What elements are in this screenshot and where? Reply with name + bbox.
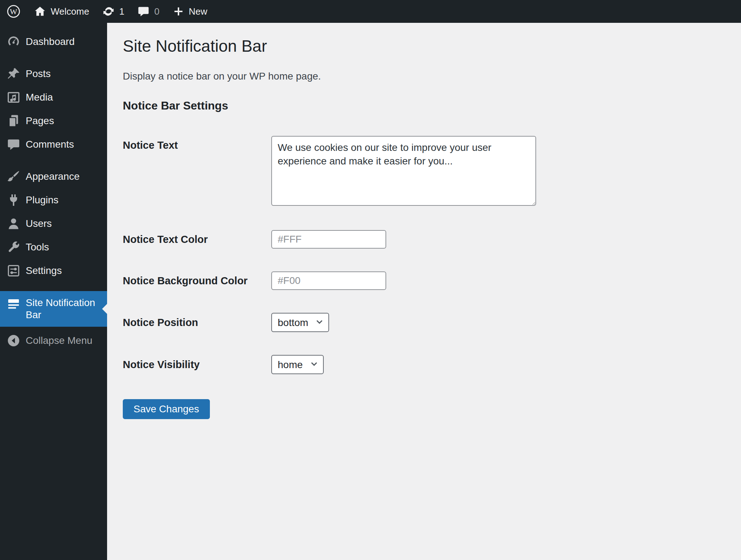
- notice-text-row: Notice Text We use cookies on our site t…: [123, 136, 725, 207]
- new-content-menu[interactable]: New: [166, 0, 214, 23]
- notice-background-color-row: Notice Background Color: [123, 271, 725, 290]
- sidebar-item-site-notification-bar[interactable]: Site Notification Bar: [0, 291, 107, 327]
- notice-position-select[interactable]: bottom: [271, 313, 329, 332]
- sidebar-item-tools[interactable]: Tools: [0, 235, 107, 259]
- plug-icon: [6, 193, 21, 207]
- settings-form: Notice Text We use cookies on our site t…: [123, 136, 725, 419]
- sidebar-item-plugins[interactable]: Plugins: [0, 188, 107, 212]
- notice-background-color-input[interactable]: [271, 271, 386, 290]
- plus-icon: [172, 5, 185, 17]
- media-icon: [6, 90, 21, 105]
- save-changes-button[interactable]: Save Changes: [123, 399, 210, 419]
- notice-visibility-label: Notice Visibility: [123, 359, 271, 371]
- sidebar-item-dashboard[interactable]: Dashboard: [0, 30, 107, 54]
- updates-menu[interactable]: 1: [96, 0, 131, 23]
- notice-background-color-label: Notice Background Color: [123, 275, 271, 287]
- site-name-menu[interactable]: Welcome: [27, 0, 96, 23]
- home-icon: [34, 5, 46, 18]
- sidebar-item-posts[interactable]: Posts: [0, 62, 107, 86]
- sidebar-item-label: Media: [26, 92, 53, 103]
- sidebar-item-label: Comments: [26, 139, 74, 150]
- sidebar-item-label: Settings: [26, 265, 62, 276]
- sidebar-item-collapse-menu[interactable]: Collapse Menu: [0, 329, 107, 352]
- notice-text-label: Notice Text: [123, 136, 271, 151]
- settings-icon: [6, 264, 21, 278]
- sidebar-item-appearance[interactable]: Appearance: [0, 165, 107, 188]
- notice-position-row: Notice Position bottom: [123, 313, 725, 332]
- sidebar-item-comments[interactable]: Comments: [0, 133, 107, 156]
- sidebar-item-label: Tools: [26, 241, 49, 253]
- wordpress-logo[interactable]: W: [0, 0, 27, 23]
- updates-count: 1: [119, 6, 124, 17]
- notice-text-color-row: Notice Text Color: [123, 230, 725, 249]
- brush-icon: [6, 169, 21, 184]
- pushpin-icon: [6, 67, 21, 81]
- sidebar-item-settings[interactable]: Settings: [0, 259, 107, 282]
- sidebar-item-label: Users: [26, 218, 52, 229]
- sidebar-item-label: Plugins: [26, 194, 59, 206]
- site-name-label: Welcome: [51, 6, 89, 17]
- notice-text-color-label: Notice Text Color: [123, 234, 271, 245]
- admin-bar-comments-icon: [137, 5, 150, 18]
- sidebar-item-label: Posts: [26, 68, 51, 80]
- comment-bubble-icon: [6, 137, 21, 152]
- dashboard-icon: [6, 35, 21, 49]
- main-content: Site Notification Bar Display a notice b…: [107, 23, 741, 560]
- new-content-label: New: [189, 6, 207, 17]
- comments-count: 0: [154, 6, 159, 17]
- notice-visibility-select[interactable]: home: [271, 355, 324, 374]
- sidebar-item-label: Appearance: [26, 171, 80, 182]
- notice-position-label: Notice Position: [123, 317, 271, 329]
- notice-text-input[interactable]: We use cookies on our site to improve yo…: [271, 136, 536, 206]
- wordpress-logo-icon: W: [6, 4, 21, 19]
- sidebar-item-media[interactable]: Media: [0, 86, 107, 109]
- comments-menu[interactable]: 0: [131, 0, 166, 23]
- sidebar-item-pages[interactable]: Pages: [0, 109, 107, 133]
- page-title: Site Notification Bar: [123, 36, 725, 56]
- notice-visibility-row: Notice Visibility home: [123, 355, 725, 374]
- updates-icon: [102, 5, 115, 18]
- wrench-icon: [6, 240, 21, 254]
- section-title: Notice Bar Settings: [123, 99, 725, 112]
- page-description: Display a notice bar on your WP home pag…: [123, 71, 725, 82]
- admin-sidebar: Dashboard Posts Media Pages: [0, 23, 107, 560]
- pages-icon: [6, 114, 21, 128]
- sidebar-item-label: Site Notification Bar: [26, 297, 101, 321]
- collapse-icon: [6, 334, 21, 348]
- sidebar-item-label: Dashboard: [26, 36, 75, 47]
- notice-text-color-input[interactable]: [271, 230, 386, 249]
- sidebar-item-label: Pages: [26, 115, 54, 127]
- sidebar-item-label: Collapse Menu: [26, 335, 92, 346]
- admin-bar: W Welcome 1 0: [0, 0, 741, 23]
- notification-bar-icon: [6, 297, 21, 311]
- user-icon: [6, 217, 21, 231]
- svg-text:W: W: [10, 7, 17, 16]
- sidebar-item-users[interactable]: Users: [0, 212, 107, 235]
